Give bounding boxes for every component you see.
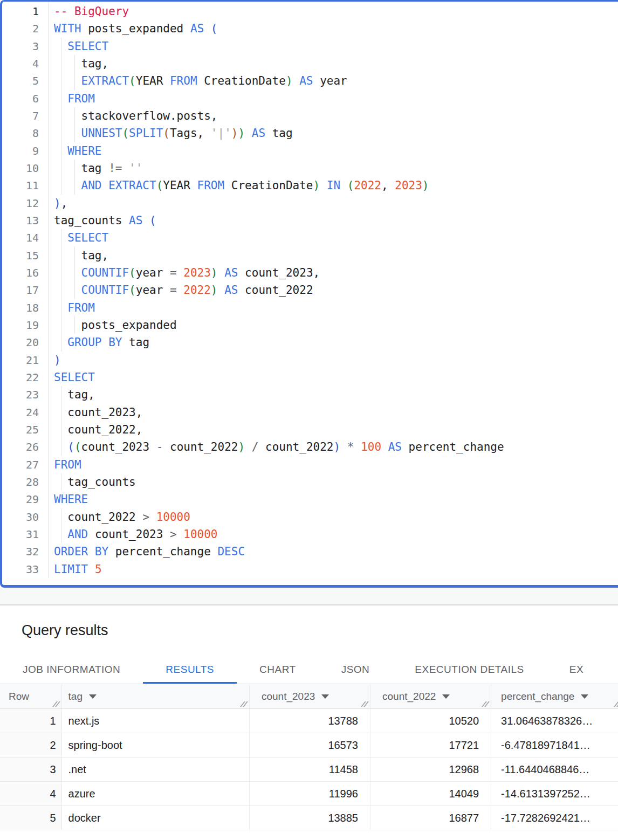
column-header-percent_change[interactable]: percent_change [491,684,618,708]
tab-json[interactable]: JSON [319,655,393,684]
code-line[interactable]: 32ORDER BY percent_change DESC [2,543,618,560]
code-line-text: COUNTIF(year = 2023) AS count_2023, [54,264,320,281]
table-cell: 10520 [370,709,491,733]
column-resize-handle-icon[interactable] [616,701,618,707]
code-line[interactable]: 20 GROUP BY tag [2,334,618,351]
code-line[interactable]: 19 posts_expanded [2,316,618,334]
code-line-text: ), [54,195,67,212]
code-line[interactable]: 18 FROM [2,299,618,316]
code-line-text: count_2022 > 10000 [54,508,190,526]
table-cell: 16573 [250,733,370,757]
line-number: 5 [2,72,39,89]
tab-label: JOB INFORMATION [23,664,120,676]
line-number: 33 [2,561,39,578]
table-row: 5docker1388516877-17.7282692421… [0,806,618,830]
code-line[interactable]: 31 AND count_2023 > 10000 [2,526,618,543]
table-cell: spring-boot [62,733,250,757]
code-line[interactable]: 30 count_2022 > 10000 [2,508,618,526]
table-cell: 31.06463878326… [491,709,618,733]
table-cell: 14049 [370,782,491,805]
code-line-text: AND count_2023 > 10000 [54,526,217,543]
table-cell: 13885 [250,806,370,830]
code-line[interactable]: 6 FROM [2,90,618,107]
code-line[interactable]: 7 stackoverflow.posts, [2,107,618,125]
sql-editor[interactable]: 1-- BigQuery2WITH posts_expanded AS (3 S… [0,0,618,588]
code-line[interactable]: 16 COUNTIF(year = 2023) AS count_2023, [2,264,618,281]
tab-label: JSON [341,664,370,676]
tab-label: EXECUTION DETAILS [415,664,524,676]
code-line[interactable]: 15 tag, [2,247,618,264]
code-line[interactable]: 9 WHERE [2,142,618,160]
code-line-text: FROM [54,299,95,316]
code-line[interactable]: 8 UNNEST(SPLIT(Tags, '|')) AS tag [2,125,618,142]
code-line[interactable]: 23 tag, [2,386,618,403]
code-line-text: tag, [54,55,108,72]
results-table-body: 1next.js137881052031.06463878326…2spring… [0,709,618,830]
code-line-text: EXTRACT(YEAR FROM CreationDate) AS year [54,72,347,89]
code-line[interactable]: 25 count_2022, [2,421,618,438]
code-line-text: tag_counts [54,473,136,491]
code-line[interactable]: 10 tag != '' [2,160,618,177]
tab-execution-details[interactable]: EXECUTION DETAILS [392,655,546,684]
column-resize-handle-icon[interactable] [363,701,367,707]
code-line[interactable]: 3 SELECT [2,38,618,55]
results-table: Rowtagcount_2023count_2022percent_change… [0,684,618,830]
table-row: 4azure1199614049-14.6131397252… [0,782,618,806]
table-cell: azure [62,782,250,805]
code-line[interactable]: 29WHERE [2,491,618,508]
table-cell: 11458 [250,758,370,781]
code-line[interactable]: 17 COUNTIF(year = 2022) AS count_2022 [2,281,618,299]
code-line[interactable]: 27FROM [2,456,618,473]
line-number: 32 [2,543,39,560]
line-number: 23 [2,386,39,403]
column-header-tag[interactable]: tag [62,684,250,708]
results-tab-bar: JOB INFORMATIONRESULTSCHARTJSONEXECUTION… [0,655,618,684]
column-resize-handle-icon[interactable] [484,701,487,707]
code-line-text: count_2022, [54,421,142,438]
line-number: 27 [2,456,39,473]
tab-results[interactable]: RESULTS [143,655,237,684]
row-number-cell: 3 [0,758,62,781]
code-line[interactable]: 5 EXTRACT(YEAR FROM CreationDate) AS yea… [2,72,618,89]
code-line[interactable]: 26 ((count_2023 - count_2022) / count_20… [2,438,618,456]
code-line[interactable]: 12), [2,195,618,212]
code-line-text: FROM [54,90,95,107]
column-header-count_2023[interactable]: count_2023 [250,684,370,708]
code-lines: 1-- BigQuery2WITH posts_expanded AS (3 S… [2,3,618,578]
code-line[interactable]: 22SELECT [2,369,618,386]
column-header-label: tag [68,691,83,703]
column-resize-handle-icon[interactable] [54,701,58,707]
line-number: 17 [2,281,39,299]
code-line[interactable]: 11 AND EXTRACT(YEAR FROM CreationDate) I… [2,177,618,194]
sort-arrow-icon [442,694,450,699]
code-line[interactable]: 1-- BigQuery [2,3,618,20]
code-line-text: -- BigQuery [54,3,129,20]
code-line-text: ) [54,352,61,369]
column-header-count_2022[interactable]: count_2022 [370,684,491,708]
tab-job-information[interactable]: JOB INFORMATION [0,655,143,684]
code-line-text: posts_expanded [54,316,177,334]
line-number: 7 [2,107,39,125]
code-line[interactable]: 4 tag, [2,55,618,72]
table-row: 1next.js137881052031.06463878326… [0,709,618,733]
table-cell: next.js [62,709,250,733]
code-line[interactable]: 14 SELECT [2,229,618,246]
code-line[interactable]: 2WITH posts_expanded AS ( [2,20,618,37]
code-line[interactable]: 13tag_counts AS ( [2,212,618,229]
line-number: 31 [2,526,39,543]
tab-ex[interactable]: EX [547,655,606,684]
code-line[interactable]: 28 tag_counts [2,473,618,491]
code-line[interactable]: 33LIMIT 5 [2,561,618,578]
row-number-cell: 4 [0,782,62,805]
code-line[interactable]: 21) [2,352,618,369]
line-number: 25 [2,421,39,438]
code-line-text: WHERE [54,491,88,508]
line-number: 18 [2,299,39,316]
code-line[interactable]: 24 count_2023, [2,404,618,421]
code-line-text: SELECT [54,38,108,55]
sort-arrow-icon [581,694,588,699]
column-resize-handle-icon[interactable] [242,701,246,707]
tab-chart[interactable]: CHART [237,655,319,684]
table-row: 3.net1145812968-11.6440468846… [0,758,618,782]
line-number: 14 [2,229,39,246]
